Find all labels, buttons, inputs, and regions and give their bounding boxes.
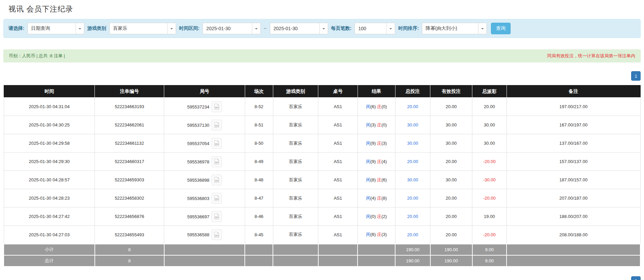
table-no: AS1 bbox=[334, 141, 342, 146]
payout: 30.00 bbox=[484, 141, 495, 146]
remark: 187.00/157.00 bbox=[559, 177, 587, 182]
total-bet-link[interactable]: 20.00 bbox=[407, 214, 418, 219]
cell-total-bet[interactable]: 30.00 bbox=[395, 171, 430, 189]
video-file-icon bbox=[214, 195, 219, 201]
session-no: 8-47 bbox=[255, 196, 263, 201]
result-player-label: 闲 bbox=[366, 122, 370, 127]
cell-empty bbox=[164, 255, 245, 266]
table-no: AS1 bbox=[334, 104, 342, 109]
cell-total-bet[interactable]: 20.00 bbox=[395, 153, 430, 171]
grand-total-row: 总计8190.00190.009.00 bbox=[4, 255, 640, 266]
video-replay-button[interactable] bbox=[212, 193, 222, 204]
cell-round-id: 595537234 bbox=[164, 98, 245, 116]
table-row: 2025-01-30 04:28:23522234658302595536803… bbox=[4, 189, 640, 207]
video-replay-button[interactable] bbox=[212, 175, 222, 185]
round-id: 595536978 bbox=[187, 159, 209, 164]
game-type-select[interactable]: 百家乐 bbox=[109, 23, 176, 34]
cell-total-bet[interactable]: 20.00 bbox=[395, 207, 430, 226]
page-1-button[interactable]: 1 bbox=[631, 276, 641, 280]
page-size-select[interactable]: 100 bbox=[355, 23, 395, 34]
payout: 30.00 bbox=[484, 122, 495, 127]
payout-sum: 9.00 bbox=[485, 258, 494, 263]
result-player-label: 闲 bbox=[366, 141, 370, 146]
cell-valid-bet: 20.00 bbox=[430, 153, 472, 171]
cell-time: 2025-01-30 04:30:25 bbox=[4, 116, 95, 134]
video-replay-button[interactable] bbox=[212, 120, 222, 131]
cell-total-bet[interactable]: 20.00 bbox=[395, 189, 430, 207]
chevron-down-icon[interactable] bbox=[386, 23, 395, 34]
valid-bet-note: 同局有效投注，统一计算在该局第一张注单内 bbox=[547, 53, 635, 59]
total-bet-link[interactable]: 20.00 bbox=[407, 232, 418, 237]
session-no: 8-52 bbox=[255, 104, 263, 109]
cell-result: 闲(8) 庄(6) bbox=[358, 171, 395, 189]
cell-result: 闲(9) 庄(4) bbox=[358, 153, 395, 171]
cell-game-type: 百家乐 bbox=[273, 189, 318, 207]
cell-game-type: 百家乐 bbox=[273, 207, 318, 226]
cell-total-bet[interactable]: 20.00 bbox=[395, 226, 430, 244]
bet-records-table: 时间注单编号局号场次游戏类别桌号结果总投注有效投注总派彩备注 2025-01-3… bbox=[3, 85, 641, 267]
cell-round-id: 595537130 bbox=[164, 116, 245, 134]
cell-total-bet[interactable]: 30.00 bbox=[395, 134, 430, 153]
query-type-value: 日期查询 bbox=[28, 23, 76, 34]
chevron-down-icon[interactable] bbox=[167, 23, 176, 34]
table-no: AS1 bbox=[334, 159, 342, 164]
result-banker-label: 庄 bbox=[377, 196, 381, 201]
table-row: 2025-01-30 04:27:03522234655493595536588… bbox=[4, 226, 640, 244]
cell-game-type: 百家乐 bbox=[273, 134, 318, 153]
result-banker-label: 庄 bbox=[377, 104, 381, 109]
cell-remark: 188.00/207.00 bbox=[507, 207, 640, 226]
remark: 207.00/187.00 bbox=[559, 196, 587, 201]
video-replay-button[interactable] bbox=[212, 211, 222, 222]
cell-time: 2025-01-30 04:28:23 bbox=[4, 189, 95, 207]
date-to-select[interactable]: 2025-01-30 bbox=[270, 23, 328, 34]
cell-payout: 30.00 bbox=[472, 116, 507, 134]
chevron-down-icon[interactable] bbox=[478, 23, 487, 34]
total-bet-link[interactable]: 30.00 bbox=[407, 177, 418, 182]
video-file-icon bbox=[214, 177, 219, 183]
total-bet-link[interactable]: 20.00 bbox=[407, 196, 418, 201]
video-replay-button[interactable] bbox=[212, 156, 222, 167]
chevron-down-icon[interactable] bbox=[76, 23, 84, 34]
cell-game-type: 百家乐 bbox=[273, 153, 318, 171]
chevron-down-icon[interactable] bbox=[319, 23, 328, 34]
session-no: 8-51 bbox=[255, 122, 263, 127]
result-player-score: (3) bbox=[370, 122, 376, 127]
remark: 167.00/197.00 bbox=[559, 122, 587, 127]
total-bet-link[interactable]: 20.00 bbox=[407, 104, 418, 109]
page-1-button[interactable]: 1 bbox=[631, 71, 641, 81]
chevron-down-icon[interactable] bbox=[252, 23, 260, 34]
page-size-value: 100 bbox=[355, 23, 386, 34]
cell-valid-bet: 30.00 bbox=[430, 171, 472, 189]
query-type-select[interactable]: 日期查询 bbox=[27, 23, 84, 34]
pagination-bottom: 1 bbox=[3, 276, 641, 280]
payout: 19.00 bbox=[484, 214, 495, 219]
sort-order-select[interactable]: 降幂(由大到小) bbox=[422, 23, 487, 34]
total-bet-link[interactable]: 30.00 bbox=[407, 122, 418, 127]
cell-time: 2025-01-30 04:27:42 bbox=[4, 207, 95, 226]
payout: -30.00 bbox=[483, 177, 496, 182]
video-replay-button[interactable] bbox=[212, 101, 222, 112]
cell-empty bbox=[507, 244, 640, 255]
cell-table-no: AS1 bbox=[318, 116, 358, 134]
result-banker-label: 庄 bbox=[377, 214, 381, 219]
payout: -20.00 bbox=[483, 159, 496, 164]
query-button[interactable]: 查询 bbox=[491, 23, 511, 34]
column-header: 结果 bbox=[358, 85, 395, 98]
total-label: 总计 bbox=[45, 258, 53, 263]
page-size-label: 每页笔数: bbox=[331, 25, 352, 32]
cell-session: 8-48 bbox=[245, 171, 273, 189]
video-replay-button[interactable] bbox=[212, 138, 222, 149]
cell-total-bet[interactable]: 20.00 bbox=[395, 98, 430, 116]
cell-game-type: 百家乐 bbox=[273, 116, 318, 134]
video-replay-button[interactable] bbox=[212, 229, 222, 240]
cell-valid-bet-sum: 190.00 bbox=[430, 255, 472, 266]
total-bet-link[interactable]: 30.00 bbox=[407, 141, 418, 146]
remark: 157.00/137.00 bbox=[559, 159, 587, 164]
total-bet-link[interactable]: 20.00 bbox=[407, 159, 418, 164]
cell-valid-bet-sum: 190.00 bbox=[430, 244, 472, 255]
cell-total-bet[interactable]: 30.00 bbox=[395, 116, 430, 134]
date-from-select[interactable]: 2025-01-30 bbox=[202, 23, 261, 34]
payout: -20.00 bbox=[483, 232, 496, 237]
valid-bet-sum: 190.00 bbox=[445, 247, 458, 252]
cell-empty bbox=[507, 255, 640, 266]
